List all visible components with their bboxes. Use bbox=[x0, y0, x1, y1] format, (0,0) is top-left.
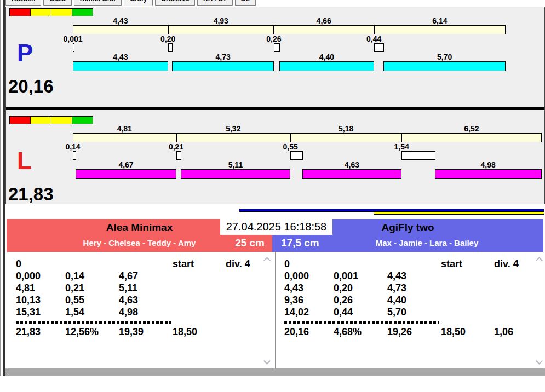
cell: 19,26 bbox=[387, 326, 441, 338]
panel-right-runner: P20,164,430,0014,434,930,204,734,660,264… bbox=[6, 7, 544, 107]
side-letter: P bbox=[17, 41, 33, 65]
run-time-label: 5,70 bbox=[437, 53, 452, 61]
pause-marker bbox=[374, 43, 384, 52]
cell: 0,000 bbox=[16, 270, 65, 282]
scroll-up-arrow[interactable] bbox=[265, 257, 269, 262]
leg-total-bar bbox=[374, 25, 506, 34]
pause-marker bbox=[73, 43, 74, 52]
datetime-display: 27.04.2025 16:18:58 bbox=[220, 219, 332, 235]
run-time-label: 4,67 bbox=[118, 160, 133, 169]
run-time-label: 4,73 bbox=[216, 53, 231, 61]
cell bbox=[494, 294, 544, 306]
table-row: 9,360,264,40 bbox=[276, 294, 544, 306]
leg-total-label: 6,14 bbox=[432, 16, 447, 25]
pause-marker bbox=[73, 151, 76, 160]
pause-time-label: 0,001 bbox=[63, 34, 82, 43]
cell: start bbox=[441, 258, 494, 270]
pause-time-label: 0,20 bbox=[160, 34, 175, 43]
cell: 18,50 bbox=[441, 326, 494, 338]
cell: 20,16 bbox=[284, 326, 334, 338]
cell bbox=[441, 282, 494, 294]
tab-cidla[interactable]: Cidla bbox=[43, 0, 71, 6]
cell: 0 bbox=[16, 258, 65, 270]
pause-time-label: 0,55 bbox=[283, 142, 297, 151]
leg-total-bar bbox=[290, 133, 401, 142]
window-edge-outer bbox=[0, 0, 1, 376]
pause-marker bbox=[274, 43, 280, 52]
run-time-label: 4,63 bbox=[345, 160, 359, 169]
cell: 0,20 bbox=[334, 282, 387, 294]
cell bbox=[173, 306, 226, 318]
cell: 12,56% bbox=[65, 326, 119, 338]
cell bbox=[173, 270, 226, 282]
tab-dru-stva[interactable]: Družstva bbox=[155, 0, 195, 6]
team-members: Hery - Chelsea - Teddy - Amy bbox=[7, 235, 272, 251]
cell bbox=[173, 282, 226, 294]
cell: 4,63 bbox=[119, 294, 173, 306]
cell: 5,11 bbox=[119, 282, 173, 294]
leg-total-bar bbox=[168, 25, 274, 34]
cell: 4,81 bbox=[16, 282, 65, 294]
cell bbox=[173, 294, 226, 306]
cell bbox=[441, 306, 494, 318]
cell bbox=[226, 282, 272, 294]
table-body: 0startdiv. 40,0000,144,674,810,215,1110,… bbox=[7, 252, 272, 338]
pause-time-label: 0,21 bbox=[169, 142, 183, 151]
scroll-down-arrow[interactable] bbox=[265, 359, 269, 364]
app-window: RozbehCidlaKombi GrafGrafyDružstvaKR / S… bbox=[0, 0, 545, 392]
table-row: 10,130,554,63 bbox=[7, 294, 272, 306]
tab-kr-st[interactable]: KR / ST bbox=[197, 0, 233, 6]
legend-color-box bbox=[51, 116, 72, 124]
pause-time-label: 0,14 bbox=[65, 142, 80, 151]
cell: 9,36 bbox=[284, 294, 334, 306]
cell bbox=[226, 294, 272, 306]
scroll-down-arrow[interactable] bbox=[537, 359, 542, 364]
run-time-bar bbox=[172, 61, 273, 71]
scroll-up-arrow[interactable] bbox=[537, 257, 542, 262]
leg-total-label: 4,66 bbox=[317, 16, 331, 25]
pause-marker bbox=[176, 151, 181, 160]
tab-grafy[interactable]: Grafy bbox=[124, 0, 153, 6]
cell: 21,83 bbox=[16, 326, 65, 338]
table-row: 0startdiv. 4 bbox=[276, 258, 544, 270]
cell bbox=[226, 270, 272, 282]
pause-marker bbox=[401, 151, 435, 160]
cell: 1,06 bbox=[494, 326, 544, 338]
legend-color-box bbox=[9, 8, 31, 16]
height-category-badge: 17,5 cm bbox=[281, 235, 319, 251]
bottom-status-strip bbox=[5, 368, 545, 376]
leg-total-label: 6,52 bbox=[464, 124, 479, 133]
tab-dl[interactable]: DL bbox=[235, 0, 256, 6]
tab-rozbeh[interactable]: Rozbeh bbox=[5, 0, 41, 6]
table-body: 0startdiv. 40,0000,0014,434,430,204,739,… bbox=[276, 252, 544, 338]
height-category-badge: 25 cm bbox=[235, 235, 265, 251]
cell: 10,13 bbox=[16, 294, 65, 306]
totals-row: 20,164,68%19,2618,501,06 bbox=[276, 326, 544, 338]
table-row: 14,020,445,70 bbox=[276, 306, 544, 318]
leg-total-label: 4,43 bbox=[113, 16, 128, 25]
legend-color-box bbox=[51, 8, 72, 16]
legend-color-box bbox=[72, 8, 93, 16]
cell: 0,21 bbox=[65, 282, 119, 294]
leg-total-bar bbox=[73, 133, 176, 142]
cell: 4,40 bbox=[387, 294, 441, 306]
cell: 1,54 bbox=[65, 306, 119, 318]
leg-total-bar bbox=[401, 133, 542, 142]
cell bbox=[494, 270, 544, 282]
cell: 0,26 bbox=[334, 294, 387, 306]
cell: 4,43 bbox=[387, 270, 441, 282]
leg-total-label: 5,32 bbox=[226, 124, 240, 133]
table-row: 15,311,544,98 bbox=[7, 306, 272, 318]
leg-total-bar bbox=[274, 25, 374, 34]
cell bbox=[65, 258, 119, 270]
legend-color-box bbox=[9, 116, 31, 124]
tab-kombi-graf[interactable]: Kombi Graf bbox=[74, 0, 122, 6]
leg-total-label: 4,81 bbox=[117, 124, 132, 133]
table-row: 4,810,215,11 bbox=[7, 282, 272, 294]
results-table-right: 0startdiv. 40,0000,0014,434,430,204,739,… bbox=[275, 252, 544, 369]
legend-color-box bbox=[30, 116, 51, 124]
run-time-bar bbox=[73, 61, 168, 71]
run-time-bar bbox=[181, 169, 290, 179]
cell: 4,98 bbox=[119, 306, 173, 318]
pause-time-label: 1,54 bbox=[394, 142, 409, 151]
